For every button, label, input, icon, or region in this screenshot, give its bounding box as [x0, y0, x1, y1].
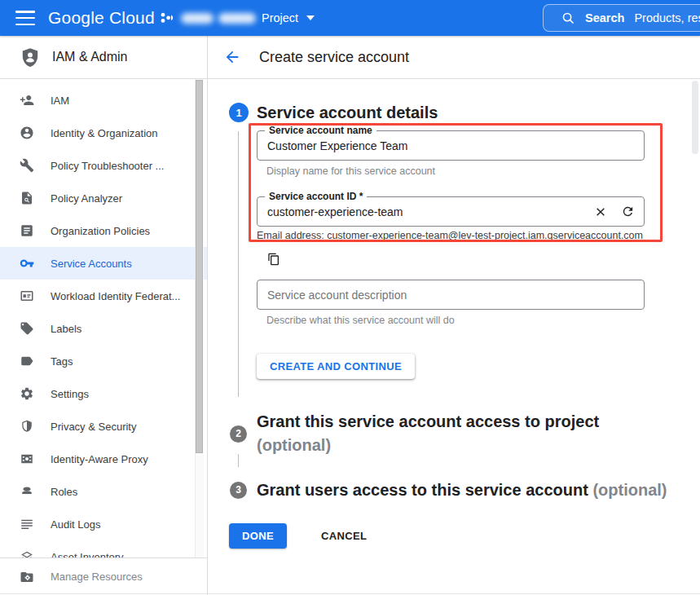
service-account-email: Email address: customer-experience-team@… [257, 230, 645, 242]
step-3-header: 3 Grant users access to this service acc… [208, 478, 700, 501]
search-icon [561, 11, 575, 25]
step-3-title: Grant users access to this service accou… [257, 478, 667, 501]
copy-icon[interactable] [266, 252, 281, 267]
policy-analyzer-icon [20, 191, 34, 205]
sidebar-item-policy-troubleshooter[interactable]: Policy Troubleshooter ... [0, 149, 207, 182]
step-2-title: Grant this service account access to pro… [257, 410, 599, 457]
step-1-header: 1 Service account details [208, 101, 700, 124]
done-button[interactable]: DONE [229, 523, 287, 549]
page-title: Create service account [259, 49, 409, 66]
service-account-name-field: Service account name [257, 130, 645, 161]
stepper-connector-line [238, 454, 239, 467]
service-account-description-field [257, 280, 645, 310]
window-bottom-divider [0, 593, 700, 594]
description-helper-text: Describe what this service account will … [266, 315, 645, 327]
sidebar-item-identity-organization[interactable]: Identity & Organization [0, 117, 207, 149]
hamburger-menu-icon[interactable] [15, 11, 35, 25]
sidebar-item-manage-resources[interactable]: Manage Resources [0, 558, 207, 595]
back-arrow-icon[interactable] [222, 47, 242, 67]
project-label: Project [262, 11, 298, 24]
google-cloud-logo[interactable]: Google Cloud [48, 8, 155, 28]
sidebar-scrollbar-thumb[interactable] [196, 80, 203, 453]
step-1-badge: 1 [229, 103, 249, 122]
sidebar-item-identity-aware-proxy[interactable]: Identity-Aware Proxy [0, 443, 207, 475]
wrench-icon [20, 158, 34, 173]
create-and-continue-button[interactable]: CREATE AND CONTINUE [257, 354, 415, 379]
card-icon [20, 289, 34, 303]
layers-icon [20, 549, 34, 558]
sidebar: IAM & Admin IAM Identity & Organization … [0, 36, 208, 595]
label-icon [20, 321, 34, 336]
tag-icon [20, 354, 34, 368]
section-title: IAM & Admin [52, 50, 127, 64]
account-circle-icon [20, 126, 34, 140]
sidebar-item-audit-logs[interactable]: Audit Logs [0, 508, 207, 540]
stepper-connector-line [238, 131, 239, 397]
sidebar-item-organization-policies[interactable]: Organization Policies [0, 214, 207, 247]
name-helper-text: Display name for this service account [266, 165, 645, 178]
refresh-icon[interactable] [620, 205, 635, 219]
shield-icon [20, 419, 34, 434]
sidebar-item-privacy-security[interactable]: Privacy & Security [0, 410, 207, 443]
caret-down-icon [306, 15, 315, 20]
person-add-icon [20, 93, 34, 108]
project-picker[interactable]: Project [159, 0, 315, 36]
project-name-redacted [181, 13, 256, 24]
sidebar-item-settings[interactable]: Settings [0, 377, 207, 410]
form-actions: DONE CANCEL [229, 523, 700, 549]
hat-icon [20, 484, 34, 499]
sidebar-item-roles[interactable]: Roles [0, 475, 207, 508]
folder-gear-icon [20, 570, 34, 584]
sidebar-header: IAM & Admin [0, 36, 207, 79]
main-scrollbar-thumb[interactable] [692, 81, 698, 154]
step-2-header: 2 Grant this service account access to p… [208, 410, 700, 457]
clear-icon[interactable] [593, 205, 608, 219]
step-1-title: Service account details [257, 101, 438, 124]
article-icon [20, 223, 34, 238]
sidebar-item-labels[interactable]: Labels [0, 312, 207, 345]
iam-admin-shield-icon [20, 46, 41, 68]
step-2-optional: (optional) [257, 436, 331, 454]
project-icon [159, 10, 175, 26]
sidebar-item-asset-inventory[interactable]: Asset Inventory [0, 540, 207, 558]
service-account-id-input[interactable] [258, 197, 644, 226]
step-3-optional: (optional) [592, 481, 667, 499]
page-header: Create service account [208, 36, 700, 79]
service-account-description-input[interactable] [258, 280, 644, 309]
sidebar-item-policy-analyzer[interactable]: Policy Analyzer [0, 182, 207, 214]
proxy-icon [20, 452, 34, 466]
service-account-name-input[interactable] [258, 131, 644, 160]
sidebar-item-tags[interactable]: Tags [0, 345, 207, 377]
main-panel: Create service account 1 Service account… [208, 36, 700, 595]
step-2-badge: 2 [230, 425, 247, 443]
sidebar-nav: IAM Identity & Organization Policy Troub… [0, 79, 207, 558]
search-hint: Products, res [634, 11, 700, 24]
gear-icon [20, 386, 34, 401]
search-label: Search [585, 11, 624, 24]
page-content: 1 Service account details Service accoun… [208, 79, 700, 595]
sidebar-item-iam[interactable]: IAM [0, 84, 207, 117]
search-bar[interactable]: Search Products, res [543, 4, 700, 32]
top-app-bar: Google Cloud Project Search Products, re… [0, 0, 700, 36]
sidebar-item-workload-identity-federation[interactable]: Workload Identity Federat... [0, 280, 207, 312]
audit-lines-icon [20, 517, 34, 531]
sidebar-item-service-accounts[interactable]: Service Accounts [0, 247, 207, 280]
service-account-form: Service account name Display name for th… [257, 130, 645, 379]
service-account-id-field: Service account ID * [257, 196, 645, 227]
key-icon [20, 256, 34, 271]
cancel-button[interactable]: CANCEL [308, 523, 380, 549]
step-3-badge: 3 [230, 482, 247, 499]
